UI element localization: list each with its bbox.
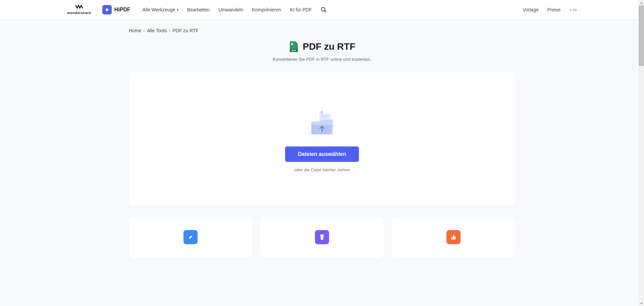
upload-illustration-icon — [305, 109, 339, 139]
breadcrumb-sep: › — [143, 28, 145, 33]
page-title: PDF zu RTF — [303, 41, 355, 52]
nav-convert[interactable]: Umwandeln — [218, 7, 243, 12]
svg-rect-5 — [321, 111, 323, 114]
nav-template[interactable]: Vorlage — [523, 7, 538, 12]
breadcrumb-all-tools[interactable]: Alle Tools — [147, 28, 167, 33]
search-button[interactable] — [321, 7, 327, 13]
scrollbar-thumb[interactable] — [639, 5, 644, 66]
upload-card[interactable]: Dateien auswählen oder die Datei hierher… — [129, 72, 515, 206]
pencil-icon — [183, 230, 198, 244]
wondershare-icon — [75, 5, 83, 11]
page-subtitle: Konvertieren Sie PDF in RTF online und k… — [0, 57, 644, 62]
svg-text:RTF: RTF — [292, 49, 297, 52]
wondershare-text: wondershare — [67, 11, 91, 15]
nav-edit[interactable]: Bearbeiten — [187, 7, 210, 12]
svg-rect-8 — [321, 117, 327, 118]
breadcrumb-sep: › — [169, 28, 171, 33]
search-icon — [321, 7, 327, 13]
svg-point-11 — [321, 237, 323, 240]
page-title-wrap: RTF PDF zu RTF — [0, 41, 644, 52]
main-nav: Alle Werkzeuge ▾ Bearbeiten Umwandeln Ko… — [143, 7, 327, 13]
feature-card-2 — [260, 217, 384, 258]
nav-all-tools[interactable]: Alle Werkzeuge ▾ — [143, 7, 178, 12]
wondershare-logo[interactable]: wondershare — [67, 5, 97, 15]
scrollbar[interactable]: ▲ ▼ — [639, 0, 644, 258]
rtf-file-icon: RTF — [288, 41, 298, 52]
breadcrumb-current: PDF zu RTF — [172, 28, 199, 33]
hipdf-text: HiPDF — [114, 7, 130, 13]
badge-icon — [315, 230, 329, 244]
features-row — [129, 217, 515, 258]
header-left: wondershare HiPDF Alle Werkzeuge ▾ Bearb… — [67, 5, 523, 15]
breadcrumb-home[interactable]: Home — [129, 28, 141, 33]
svg-rect-7 — [321, 116, 329, 116]
svg-rect-10 — [320, 234, 324, 237]
header-right: Vorlage Preise av — [523, 7, 577, 12]
nav-compress[interactable]: Komprimieren — [252, 7, 281, 12]
nav-all-tools-label: Alle Werkzeuge — [143, 7, 175, 12]
nav-pricing[interactable]: Preise — [547, 7, 561, 12]
chevron-down-icon: ▾ — [177, 8, 178, 12]
drop-text: oder die Datei hierher ziehen — [142, 167, 502, 172]
breadcrumb: Home › Alle Tools › PDF zu RTF — [129, 20, 515, 39]
hipdf-logo[interactable]: HiPDF — [102, 5, 130, 14]
feature-card-1 — [129, 217, 252, 258]
choose-files-button[interactable]: Dateien auswählen — [285, 146, 359, 162]
nav-ai-pdf[interactable]: KI für PDF — [290, 7, 312, 12]
avatar[interactable]: av — [569, 7, 577, 12]
hipdf-icon — [102, 5, 112, 14]
main-header: wondershare HiPDF Alle Werkzeuge ▾ Bearb… — [0, 0, 644, 20]
feature-card-3 — [392, 217, 515, 258]
svg-line-1 — [324, 11, 326, 12]
thumbsup-icon — [446, 230, 461, 244]
scrollbar-up-arrow-icon[interactable]: ▲ — [639, 0, 644, 5]
